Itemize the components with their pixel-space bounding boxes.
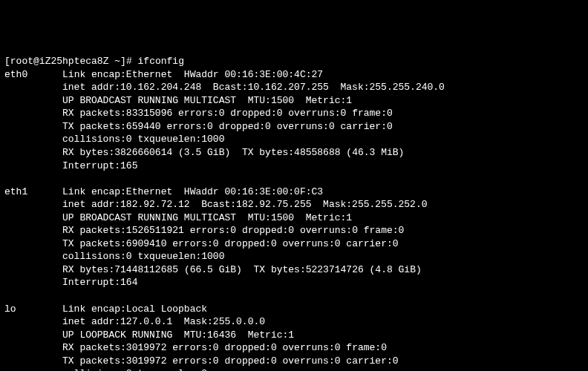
iface-eth0: eth0 Link encap:Ethernet HWaddr 00:16:3E…: [4, 68, 584, 172]
terminal-output[interactable]: [root@iZ25hpteca8Z ~]# ifconfig eth0 Lin…: [4, 55, 584, 371]
prompt-line: [root@iZ25hpteca8Z ~]# ifconfig: [4, 56, 184, 67]
iface-name: eth0: [4, 69, 27, 80]
command-text: ifconfig: [138, 56, 184, 67]
iface-name: lo: [4, 303, 16, 315]
iface-lo: lo Link encap:Local Loopback inet addr:1…: [4, 303, 584, 371]
iface-name: eth1: [4, 186, 27, 197]
iface-eth1: eth1 Link encap:Ethernet HWaddr 00:16:3E…: [4, 186, 584, 289]
